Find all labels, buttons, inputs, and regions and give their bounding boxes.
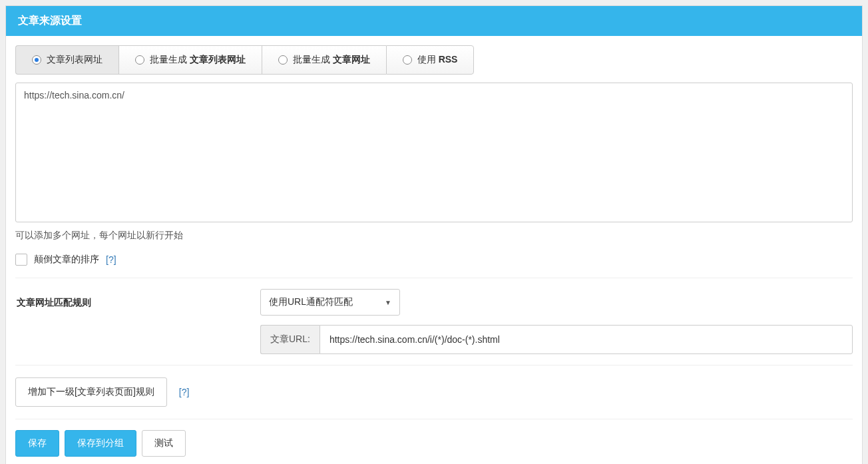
url-match-rule-section: 文章网址匹配规则 使用URL通配符匹配 ▼ 文章URL: [15,278,853,365]
panel-title: 文章来源设置 [6,6,862,36]
select-value: 使用URL通配符匹配 [269,296,353,308]
footer-actions: 保存 保存到分组 测试 [15,419,853,457]
input-addon-label: 文章URL: [260,325,320,354]
radio-icon [135,55,144,65]
reverse-order-label: 颠倒文章的排序 [34,254,99,266]
radio-icon [32,55,41,65]
tab-label-bold: RSS [439,54,458,65]
match-type-select[interactable]: 使用URL通配符匹配 ▼ [260,289,400,316]
reverse-order-row: 颠倒文章的排序 [?] [15,254,853,278]
tab-label: 批量生成 [293,54,333,65]
tab-label: 文章列表网址 [47,54,103,65]
help-icon[interactable]: [?] [106,254,116,265]
tab-label: 批量生成 [150,54,190,65]
tab-batch-article-url[interactable]: 批量生成 文章网址 [262,45,386,75]
save-button[interactable]: 保存 [15,430,59,457]
radio-icon [403,55,412,65]
tab-use-rss[interactable]: 使用 RSS [386,45,475,75]
reverse-order-checkbox[interactable] [15,254,27,266]
tab-label-bold: 文章列表网址 [190,54,246,65]
url-hint-text: 可以添加多个网址，每个网址以新行开始 [15,224,853,254]
test-button[interactable]: 测试 [142,430,186,457]
help-icon[interactable]: [?] [179,387,190,397]
tab-label-bold: 文章网址 [333,54,370,65]
section-content: 使用URL通配符匹配 ▼ 文章URL: [260,289,853,354]
add-next-level-rule-button[interactable]: 增加下一级[文章列表页面]规则 [15,377,167,407]
panel-body: 文章列表网址 批量生成 文章列表网址 批量生成 文章网址 使用 RSS 可以添加… [6,36,862,464]
chevron-down-icon: ▼ [385,299,391,306]
tab-label: 使用 [417,54,439,65]
article-source-panel: 文章来源设置 文章列表网址 批量生成 文章列表网址 批量生成 文章网址 使用 R… [5,5,863,464]
add-rule-row: 增加下一级[文章列表页面]规则 [?] [15,365,853,419]
url-list-textarea[interactable] [15,83,853,222]
article-url-input-group: 文章URL: [260,325,853,354]
section-label: 文章网址匹配规则 [15,289,260,354]
radio-icon [278,55,288,65]
tab-article-list-url[interactable]: 文章列表网址 [15,45,118,75]
tab-batch-list-url[interactable]: 批量生成 文章列表网址 [118,45,262,75]
article-url-input[interactable] [320,325,853,354]
save-to-group-button[interactable]: 保存到分组 [65,430,136,457]
source-type-tabs: 文章列表网址 批量生成 文章列表网址 批量生成 文章网址 使用 RSS [15,45,853,75]
